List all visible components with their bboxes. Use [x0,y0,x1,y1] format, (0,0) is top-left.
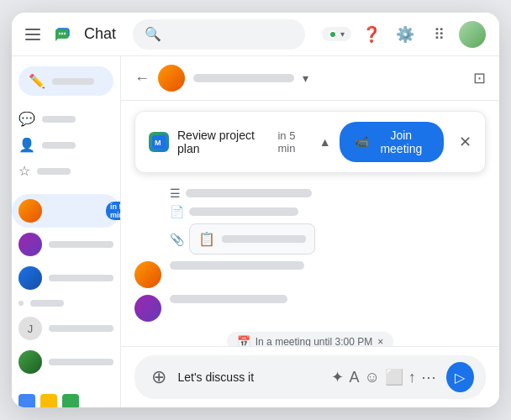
sidebar-item-rooms[interactable]: 👤 [12,132,120,158]
message-row-3 [134,295,486,322]
app-window: Chat 🔍 ▾ ❓ ⚙️ ⠿ ✏️ [12,13,499,407]
msg-content-2 [170,261,486,270]
action-row-3: 📎 📋 [170,223,486,255]
sidebar-item-chat[interactable]: 💬 [12,106,120,132]
meet-logo-icon: M [149,132,169,152]
chat-item-j[interactable]: J [12,312,120,345]
chat-nav-icon: 💬 [18,111,35,127]
back-button[interactable]: ← [134,70,150,87]
action-row-2: 📄 [170,205,486,218]
messages-area[interactable]: ☰ 📄 📎 📋 [121,180,499,346]
menu-lines-icon: ☰ [170,186,181,200]
send-button[interactable]: ▷ [446,362,474,392]
join-button-label: Join meeting [374,129,429,155]
chat-avatar-2 [18,233,42,256]
msg-line-r2 [170,261,304,270]
input-actions: ✦ A ☺ ⬜ ↑ ⋯ [331,368,435,386]
search-bar[interactable]: 🔍 [133,19,305,50]
top-bar: Chat 🔍 ▾ ❓ ⚙️ ⠿ [12,13,499,56]
add-button[interactable]: ⊕ [146,364,171,391]
chat-header: ← ▾ ⊡ [121,56,499,101]
new-chat-button[interactable]: ✏️ [18,66,113,96]
user-avatar[interactable] [459,21,486,48]
sidebar-item-starred[interactable]: ☆ [12,158,120,184]
image-icon[interactable]: ⬜ [385,368,403,386]
chat-item-1[interactable]: in 5 min 📹 [12,194,120,228]
star-icon: ☆ [18,163,30,179]
attach-name-line [222,235,306,243]
status-dot [329,30,337,39]
banner-time: in 5 min [277,129,310,155]
text-format-icon[interactable]: A [349,369,359,386]
message-input[interactable] [177,370,324,384]
more-icon[interactable]: ⋯ [421,368,436,386]
input-box: ⊕ ✦ A ☺ ⬜ ↑ ⋯ ▷ [134,355,486,399]
msg-line-1 [186,189,312,197]
app-logo [50,23,74,46]
meeting-banner: M Review project plan in 5 min ▲ 📹 Join … [134,111,486,173]
calendar-icon: 📅 [237,335,250,346]
meeting-status-bar: 📅 In a meeting until 3:00 PM × [227,332,393,346]
chat-panel: ← ▾ ⊡ M Review project plan in 5 min ▲ 📹… [121,56,499,407]
new-chat-label [52,78,94,85]
settings-icon[interactable]: ⚙️ [392,21,419,48]
join-meeting-button[interactable]: 📹 Join meeting [340,122,444,162]
message-row-2 [134,261,486,288]
chat-item-2[interactable] [12,228,120,261]
rooms-label [42,142,76,149]
new-chat-section: ✏️ [12,63,120,106]
chat-name-5 [49,359,113,365]
msg-content-3 [170,295,486,303]
meeting-badge-1: in 5 min [106,202,121,220]
meeting-status-close[interactable]: × [377,336,383,347]
msg-avatar-2 [134,261,161,288]
msg-line-2 [189,207,298,216]
rooms-icon: 👤 [18,137,35,153]
chevron-down-icon[interactable]: ▾ [303,71,308,85]
main-content: ✏️ 💬 👤 ☆ [12,56,499,407]
apps-icon[interactable]: ⠿ [425,21,452,48]
edit-icon: ✏️ [29,73,45,89]
action-row-1: ☰ [170,186,486,200]
status-indicator[interactable]: ▾ [322,27,351,41]
attachment-card: 📋 [189,223,315,255]
svg-point-2 [61,32,63,34]
close-banner-icon[interactable]: ✕ [459,133,471,151]
format-icon[interactable]: ✦ [331,368,344,386]
input-area: ⊕ ✦ A ☺ ⬜ ↑ ⋯ ▷ [121,346,499,407]
google-apps-icons [12,389,120,407]
video-icon-btn: 📹 [355,135,369,149]
svg-point-3 [64,32,66,34]
dot-icon [18,301,24,306]
chevron-status-icon: ▾ [340,29,345,39]
banner-title: Review project plan [177,129,266,155]
attach-file-icon: 📋 [198,231,215,247]
upload-icon[interactable]: ↑ [408,369,416,386]
svg-text:M: M [155,139,161,147]
meeting-status-label: In a meeting until 3:00 PM [256,336,372,347]
emoji-icon[interactable]: ☺ [364,369,379,386]
chat-name-2 [49,241,113,248]
chat-header-avatar [158,65,185,92]
docs-icon[interactable] [40,394,57,407]
meet-icon[interactable] [62,394,79,407]
chat-nav-label [42,116,76,123]
link-icon: 📎 [170,233,184,246]
msg-avatar-3 [134,295,161,322]
drive-icon[interactable] [18,394,35,407]
banner-expand-icon[interactable]: ▲ [319,135,331,149]
starred-label [37,168,71,175]
chat-avatar-j: J [18,317,42,340]
help-icon[interactable]: ❓ [358,21,385,48]
chat-item-3[interactable] [12,261,120,295]
chat-item-5[interactable] [12,345,120,379]
sidebar-label-dot [30,300,64,307]
message-row-1: ☰ 📄 📎 📋 [134,186,486,255]
menu-icon[interactable] [25,29,40,40]
chat-header-name [193,74,294,82]
msg-line-r3 [170,295,287,303]
top-bar-actions: ▾ ❓ ⚙️ ⠿ [322,21,486,48]
sidebar: ✏️ 💬 👤 ☆ [12,56,121,407]
video-call-icon[interactable]: ⊡ [473,69,486,87]
search-icon: 🔍 [145,26,161,42]
